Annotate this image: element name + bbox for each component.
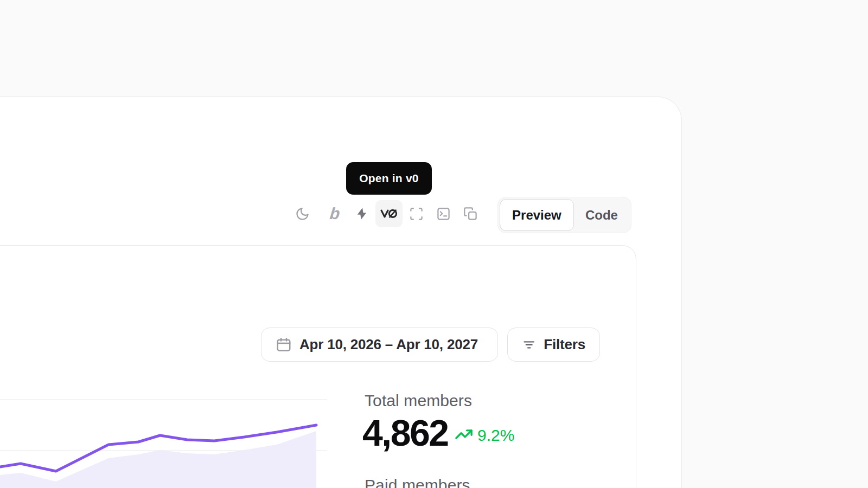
members-area-chart	[0, 380, 328, 488]
tab-code[interactable]: Code	[574, 199, 629, 231]
filters-button[interactable]: Filters	[507, 328, 600, 362]
date-range-picker[interactable]: Apr 10, 2026 – Apr 10, 2027	[261, 328, 498, 362]
open-in-bolt-button[interactable]: b	[321, 200, 348, 227]
filters-label: Filters	[544, 336, 585, 353]
paid-members-label: Paid members	[365, 476, 470, 488]
trending-up-icon	[455, 429, 473, 442]
view-toggle: Preview Code	[497, 197, 631, 233]
date-range-label: Apr 10, 2026 – Apr 10, 2027	[299, 336, 478, 353]
total-members-value: 4,862	[362, 414, 448, 451]
v0-icon	[380, 209, 398, 219]
tab-code-label: Code	[585, 208, 618, 223]
terminal-icon	[436, 207, 451, 221]
chart-area-fill	[0, 431, 316, 488]
copy-button[interactable]	[457, 200, 484, 227]
filter-icon	[522, 337, 536, 353]
copy-icon	[463, 207, 478, 221]
total-members-delta: 9.2%	[455, 426, 514, 445]
fullscreen-button[interactable]	[403, 200, 430, 227]
bolt-icon: b	[329, 206, 340, 222]
total-members-label: Total members	[365, 391, 472, 410]
delta-percent: 9.2%	[477, 426, 514, 445]
scan-icon	[409, 207, 424, 221]
tab-preview[interactable]: Preview	[500, 199, 574, 231]
moon-icon	[295, 207, 310, 221]
tab-preview-label: Preview	[512, 208, 561, 223]
console-button[interactable]	[430, 200, 457, 227]
zap-icon	[355, 207, 369, 221]
page: b Open in v0 Pr	[0, 0, 868, 488]
theme-toggle-button[interactable]	[289, 200, 316, 227]
tooltip-label: Open in v0	[359, 172, 418, 185]
open-in-v0-button[interactable]	[375, 200, 403, 227]
open-in-v0-tooltip: Open in v0	[346, 162, 432, 195]
calendar-icon	[276, 337, 292, 353]
lightning-button[interactable]	[348, 200, 375, 227]
